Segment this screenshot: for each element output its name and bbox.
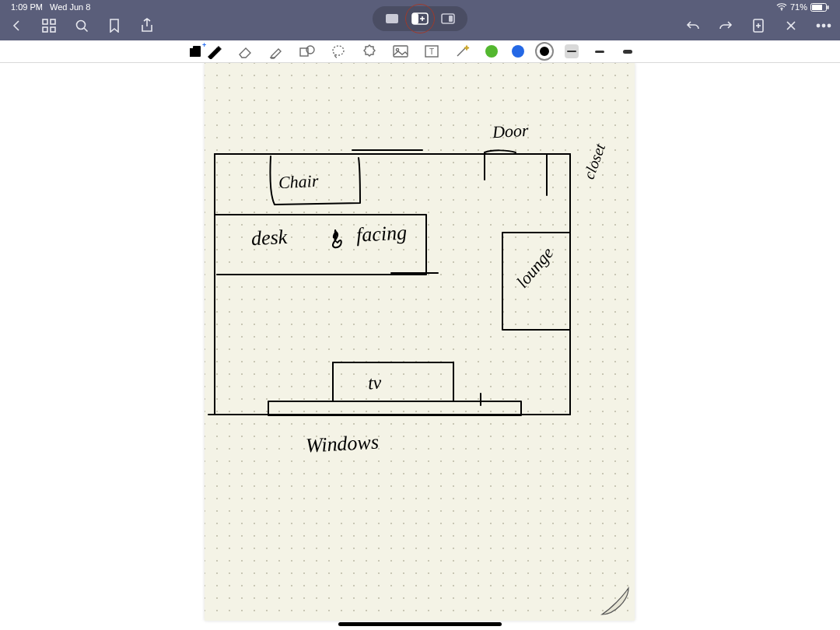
textbox-tool[interactable]: T: [423, 43, 440, 60]
label-door: Door: [492, 121, 529, 142]
color-green[interactable]: [485, 45, 498, 58]
multitask-control[interactable]: [373, 6, 467, 31]
highlighter-tool[interactable]: [268, 43, 285, 60]
undo-button[interactable]: [684, 17, 702, 34]
svg-point-16: [822, 24, 824, 26]
stroke-medium[interactable]: [593, 44, 607, 58]
svg-line-9: [84, 28, 88, 32]
search-button[interactable]: [73, 17, 90, 34]
home-indicator[interactable]: [338, 622, 502, 626]
wifi-icon: [776, 3, 787, 11]
note-page[interactable]: Door closet Chair desk facing lounge tv …: [205, 63, 635, 621]
svg-rect-7: [51, 27, 55, 32]
date: Wed Jun 8: [50, 2, 90, 12]
label-tv: tv: [367, 373, 382, 394]
label-windows: Windows: [305, 431, 379, 458]
svg-point-17: [828, 24, 830, 26]
stroke-thin[interactable]: [565, 44, 579, 58]
sticker-tool[interactable]: [361, 43, 378, 60]
battery-icon: [810, 3, 829, 12]
share-button[interactable]: [138, 17, 156, 34]
svg-rect-6: [43, 27, 47, 32]
image-tool[interactable]: [392, 43, 409, 60]
svg-rect-30: [394, 46, 408, 57]
thumbnails-button[interactable]: [40, 17, 58, 34]
svg-point-29: [333, 46, 344, 55]
redo-button[interactable]: [717, 17, 734, 34]
back-button[interactable]: [8, 17, 25, 34]
svg-rect-5: [51, 19, 55, 24]
slideover-icon[interactable]: [439, 11, 457, 26]
svg-text:T: T: [429, 47, 434, 56]
svg-rect-4: [43, 19, 47, 24]
page-curl-icon[interactable]: [600, 586, 630, 616]
fullscreen-icon[interactable]: [383, 11, 401, 26]
label-chair: Chair: [278, 171, 319, 194]
drawing-toolbar: + T: [0, 40, 840, 63]
label-desk: desk: [250, 226, 288, 250]
magic-tool[interactable]: [454, 43, 471, 60]
eraser-tool[interactable]: [236, 43, 254, 60]
clock: 1:09 PM: [11, 2, 43, 12]
svg-point-0: [781, 9, 782, 11]
add-page-button[interactable]: [750, 17, 767, 34]
shape-tool[interactable]: [299, 43, 316, 60]
bluetooth-badge-icon: +: [202, 41, 206, 49]
color-blue[interactable]: [512, 45, 524, 58]
svg-rect-24: [449, 16, 453, 22]
lasso-tool[interactable]: [330, 43, 347, 60]
floorplan-sketch: [205, 63, 635, 621]
svg-point-15: [817, 24, 819, 26]
canvas-workspace[interactable]: Door closet Chair desk facing lounge tv …: [0, 63, 840, 630]
svg-rect-18: [386, 14, 398, 23]
svg-rect-20: [412, 13, 418, 24]
splitview-add-icon[interactable]: [411, 11, 429, 26]
svg-rect-2: [812, 5, 822, 10]
label-facing: facing: [355, 221, 407, 247]
more-button[interactable]: [815, 17, 832, 34]
svg-rect-3: [828, 5, 829, 9]
readonly-indicator-icon[interactable]: [187, 43, 204, 60]
stroke-thick[interactable]: [621, 44, 635, 58]
battery-percent: 71%: [790, 2, 807, 12]
bookmark-button[interactable]: [106, 17, 123, 34]
svg-point-31: [396, 48, 398, 51]
pen-tool[interactable]: +: [205, 43, 222, 60]
close-button[interactable]: [782, 17, 800, 34]
color-black[interactable]: [538, 45, 551, 58]
svg-rect-42: [268, 401, 521, 415]
svg-point-8: [77, 21, 86, 30]
